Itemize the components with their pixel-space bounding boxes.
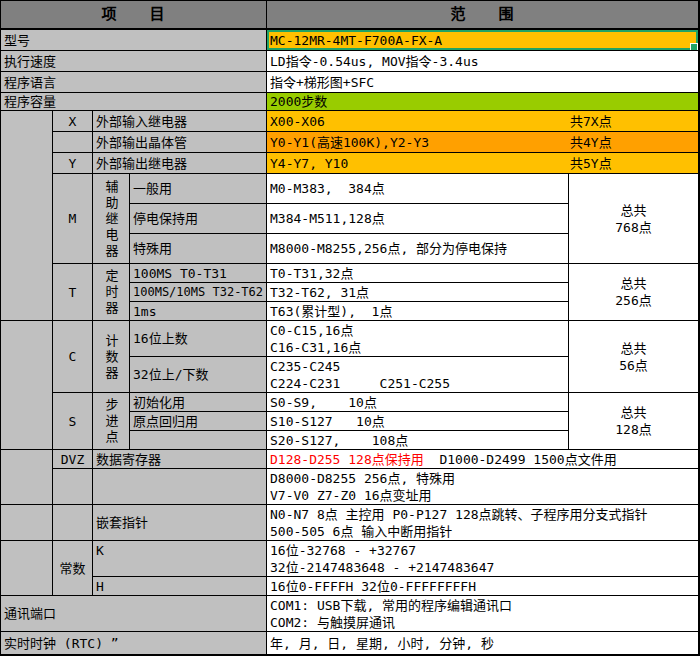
cell-s-total[interactable]: 总共 128点 <box>569 393 699 450</box>
spacer-cell-mid[interactable] <box>1 321 53 450</box>
cell-category-aux-relay[interactable]: 辅助继电器 <box>93 174 130 264</box>
cell-special-reg-label-blank[interactable] <box>93 469 267 505</box>
transistor-range-text: Y0-Y1(高速100K),Y2-Y3 <box>267 134 570 151</box>
cell-constant-h-range[interactable]: 16位0-FFFFH 32位0-FFFFFFFFH <box>267 577 699 596</box>
cell-input-relay-label[interactable]: 外部输入继电器 <box>93 111 267 132</box>
cell-s-init-range[interactable]: S0-S9, 10点 <box>267 393 569 412</box>
cell-category-timer[interactable]: 定时器 <box>93 264 130 321</box>
cell-group-dvz[interactable]: DVZ <box>53 450 93 469</box>
selection-fill-handle[interactable] <box>690 43 698 51</box>
spec-table: 项 目 范 围 型号 MC-12MR-4MT-F700A-FX-A 执行速度 L… <box>0 0 700 656</box>
cell-c-32bit-label[interactable]: 32位上/下数 <box>130 357 267 393</box>
spacer-cell-constant[interactable] <box>1 541 53 596</box>
model-value-text: MC-12MR-4MT-F700A-FX-A <box>270 32 442 49</box>
cell-constant-k-label[interactable]: K <box>93 541 267 577</box>
y-range-text: Y4-Y7, Y10 <box>267 155 570 172</box>
cell-c-total[interactable]: 总共 56点 <box>569 321 699 393</box>
cell-data-register-label[interactable]: 数据寄存器 <box>93 450 267 469</box>
cell-category-step[interactable]: 步进点 <box>93 393 130 450</box>
cell-s-origin-range[interactable]: S10-S127 10点 <box>267 412 569 431</box>
cell-m-latched-range[interactable]: M384-M511,128点 <box>267 204 569 234</box>
cell-m-general-range[interactable]: M0-M383, 384点 <box>267 174 569 204</box>
cell-special-reg-group-blank[interactable] <box>53 469 93 505</box>
cell-c-16bit-label[interactable]: 16位上数 <box>130 321 267 357</box>
cell-program-language-label[interactable]: 程序语言 <box>1 72 267 93</box>
cell-c-32bit-range[interactable]: C235-C245 C224-C231 C251-C255 <box>267 357 569 393</box>
spacer-cell-pointer[interactable] <box>1 505 53 541</box>
cell-x-range[interactable]: X00-X06 共7X点 <box>267 111 699 132</box>
dvz-file-range-text: D1000-D2499 1500点文件用 <box>424 451 617 468</box>
spacer-cell-top[interactable] <box>1 111 53 321</box>
cell-group-x[interactable]: X <box>53 111 93 132</box>
transistor-count-text: 共4Y点 <box>570 134 698 151</box>
cell-t-10ms-range[interactable]: T32-T62, 31点 <box>267 283 569 302</box>
cell-c-16bit-range[interactable]: C0-C15,16点 C16-C31,16点 <box>267 321 569 357</box>
cell-exec-speed-label[interactable]: 执行速度 <box>1 51 267 72</box>
cell-model-value[interactable]: MC-12MR-4MT-F700A-FX-A <box>267 30 699 51</box>
cell-comm-port-value[interactable]: COM1: USB下载, 常用的程序编辑通讯口 COM2: 与触摸屏通讯 <box>267 596 699 632</box>
cell-transistor-range[interactable]: Y0-Y1(高速100K),Y2-Y3 共4Y点 <box>267 132 699 153</box>
cell-output-relay-label[interactable]: 外部输出继电器 <box>93 153 267 174</box>
cell-nested-pointer-label[interactable]: 嵌套指针 <box>93 505 267 541</box>
cell-s-general-range[interactable]: S20-S127, 108点 <box>267 431 569 450</box>
cell-special-register-range[interactable]: D8000-D8255 256点, 特殊用 V7-V0 Z7-Z0 16点变址用 <box>267 469 699 505</box>
cell-rtc-value[interactable]: 年, 月, 日, 星期, 小时, 分钟, 秒 <box>267 632 699 655</box>
header-range-column: 范 围 <box>267 1 699 30</box>
cell-constant-h-label[interactable]: H <box>93 577 267 596</box>
cell-data-register-range[interactable]: D128-D255 128点保持用 D1000-D2499 1500点文件用 <box>267 450 699 469</box>
cell-m-total[interactable]: 总共 768点 <box>569 174 699 264</box>
cell-t-total[interactable]: 总共 256点 <box>569 264 699 321</box>
cell-t-100ms-label[interactable]: 100MS T0-T31 <box>130 264 267 283</box>
cell-program-language-value[interactable]: 指令+梯形图+SFC <box>267 72 699 93</box>
y-count-text: 共5Y点 <box>570 155 698 172</box>
header-item-column: 项 目 <box>1 1 267 30</box>
cell-pointer-group-blank[interactable] <box>53 505 93 541</box>
cell-program-capacity-value[interactable]: 2000步数 <box>267 93 699 111</box>
cell-group-m[interactable]: M <box>53 174 93 264</box>
cell-t-1ms-label[interactable]: 1ms <box>130 302 267 321</box>
cell-rtc-label[interactable]: 实时时钟 (RTC) ” <box>1 632 267 655</box>
cell-comm-port-label[interactable]: 通讯端口 <box>1 596 267 632</box>
cell-t-100ms-range[interactable]: T0-T31,32点 <box>267 264 569 283</box>
cell-nested-pointer-range[interactable]: N0-N7 8点 主控用 P0-P127 128点跳转、子程序用分支式指针 50… <box>267 505 699 541</box>
cell-m-special-range[interactable]: M8000-M8255,256点, 部分为停电保持 <box>267 234 569 264</box>
cell-t-10ms-label[interactable]: 100MS/10MS T32-T62 <box>130 283 267 302</box>
cell-output-transistor-label[interactable]: 外部输出晶体管 <box>93 132 267 153</box>
cell-category-counter[interactable]: 计数器 <box>93 321 130 393</box>
cell-s-blank-label[interactable] <box>130 431 267 450</box>
cell-constant-k-range[interactable]: 16位-32768 - +32767 32位-2147483648 - +214… <box>267 541 699 577</box>
cell-s-init-label[interactable]: 初始化用 <box>130 393 267 412</box>
cell-t-1ms-range[interactable]: T63(累计型), 1点 <box>267 302 569 321</box>
cell-exec-speed-value[interactable]: LD指令-0.54us, MOV指令-3.4us <box>267 51 699 72</box>
cell-group-s[interactable]: S <box>53 393 93 450</box>
cell-group-constant[interactable]: 常数 <box>53 541 93 596</box>
spacer-cell-dvz[interactable] <box>1 450 53 505</box>
x-range-text: X00-X06 <box>267 113 570 130</box>
cell-m-special-label[interactable]: 特殊用 <box>130 234 267 264</box>
cell-m-latched-label[interactable]: 停电保持用 <box>130 204 267 234</box>
cell-s-origin-label[interactable]: 原点回归用 <box>130 412 267 431</box>
cell-y-range[interactable]: Y4-Y7, Y10 共5Y点 <box>267 153 699 174</box>
dvz-hold-range-text: D128-D255 128点保持用 <box>270 451 424 468</box>
cell-group-transistor[interactable] <box>53 132 93 153</box>
x-count-text: 共7X点 <box>570 113 698 130</box>
cell-group-y[interactable]: Y <box>53 153 93 174</box>
cell-group-c[interactable]: C <box>53 321 93 393</box>
cell-model-label[interactable]: 型号 <box>1 30 267 51</box>
cell-group-t[interactable]: T <box>53 264 93 321</box>
cell-program-capacity-label[interactable]: 程序容量 <box>1 93 267 111</box>
cell-m-general-label[interactable]: 一般用 <box>130 174 267 204</box>
